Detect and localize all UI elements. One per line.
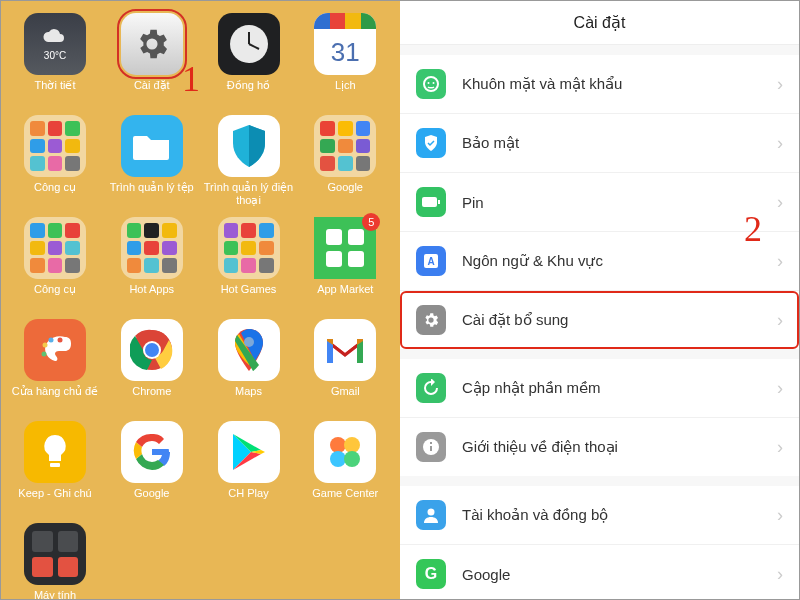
chevron-right-icon: › — [777, 437, 783, 458]
calculator-icon[interactable] — [24, 523, 86, 585]
security-icon — [416, 128, 446, 158]
row-label: Bảo mật — [462, 134, 777, 152]
app-label: Hot Games — [221, 283, 277, 309]
files-icon[interactable] — [121, 115, 183, 177]
row-label: Tài khoản và đồng bộ — [462, 506, 777, 524]
app-label: Công cụ — [34, 181, 76, 207]
svg-point-5 — [58, 338, 63, 343]
keep-icon[interactable] — [24, 421, 86, 483]
settings-section: Tài khoản và đồng bộ›GGoogle› — [400, 486, 799, 599]
settings-row-security[interactable]: Bảo mật› — [400, 114, 799, 173]
app-label: Trình quản lý điện thoại — [203, 181, 295, 207]
app-clock[interactable]: Đồng hồ — [203, 13, 295, 105]
app-label: Trình quản lý tệp — [110, 181, 194, 207]
app-tools1[interactable]: Công cụ — [9, 115, 101, 207]
hot-games-icon[interactable] — [218, 217, 280, 279]
phone-manager-icon[interactable] — [218, 115, 280, 177]
settings-section: Khuôn mặt và mật khẩu›Bảo mật›Pin›ANgôn … — [400, 55, 799, 349]
svg-point-6 — [42, 352, 47, 357]
calendar-icon[interactable]: 31 — [314, 13, 376, 75]
chrome-icon[interactable] — [121, 319, 183, 381]
settings-title: Cài đặt — [400, 1, 799, 45]
weather-icon[interactable]: 30°C — [24, 13, 86, 75]
chevron-right-icon: › — [777, 505, 783, 526]
app-phone-manager[interactable]: Trình quản lý điện thoại — [203, 115, 295, 207]
svg-point-15 — [344, 437, 360, 453]
app-gmail[interactable]: Gmail — [299, 319, 391, 411]
about-icon — [416, 432, 446, 462]
settings-row-update[interactable]: Cập nhật phần mềm› — [400, 359, 799, 418]
app-label: Hot Apps — [129, 283, 174, 309]
google-icon[interactable] — [121, 421, 183, 483]
settings-section: Cập nhật phần mềm›Giới thiệu về điện tho… — [400, 359, 799, 476]
step-2-marker: 2 — [744, 208, 762, 250]
svg-rect-26 — [430, 446, 432, 451]
svg-rect-13 — [50, 463, 60, 467]
svg-point-17 — [344, 451, 360, 467]
row-label: Khuôn mặt và mật khẩu — [462, 75, 777, 93]
app-label: Cửa hàng chủ đề — [12, 385, 98, 411]
app-google-folder[interactable]: Google — [299, 115, 391, 207]
app-chrome[interactable]: Chrome — [106, 319, 198, 411]
chplay-icon[interactable] — [218, 421, 280, 483]
google-folder-icon[interactable] — [314, 115, 376, 177]
settings-row-additional[interactable]: Cài đặt bổ sung› — [400, 291, 799, 349]
app-keep[interactable]: Keep - Ghi chú — [9, 421, 101, 513]
app-tools2[interactable]: Công cụ — [9, 217, 101, 309]
settings-row-google[interactable]: GGoogle› — [400, 545, 799, 599]
tools2-icon[interactable] — [24, 217, 86, 279]
tools1-icon[interactable] — [24, 115, 86, 177]
game-center-icon[interactable] — [314, 421, 376, 483]
chevron-right-icon: › — [777, 310, 783, 331]
app-label: Gmail — [331, 385, 360, 411]
app-app-market[interactable]: 5App Market — [299, 217, 391, 309]
settings-icon[interactable] — [121, 13, 183, 75]
battery-icon — [416, 187, 446, 217]
app-maps[interactable]: Maps — [203, 319, 295, 411]
app-files[interactable]: Trình quản lý tệp — [106, 115, 198, 207]
maps-icon[interactable] — [218, 319, 280, 381]
app-hot-apps[interactable]: Hot Apps — [106, 217, 198, 309]
settings-list: Khuôn mặt và mật khẩu›Bảo mật›Pin›ANgôn … — [400, 45, 799, 599]
chevron-right-icon: › — [777, 74, 783, 95]
language-icon: A — [416, 246, 446, 276]
chevron-right-icon: › — [777, 378, 783, 399]
additional-icon — [416, 305, 446, 335]
app-chplay[interactable]: CH Play — [203, 421, 295, 513]
chevron-right-icon: › — [777, 133, 783, 154]
row-label: Ngôn ngữ & Khu vực — [462, 252, 777, 270]
settings-row-language[interactable]: ANgôn ngữ & Khu vực› — [400, 232, 799, 291]
hot-apps-icon[interactable] — [121, 217, 183, 279]
svg-point-28 — [428, 509, 435, 516]
svg-point-10 — [244, 337, 254, 347]
svg-point-20 — [433, 82, 435, 84]
face-icon — [416, 69, 446, 99]
clock-icon[interactable] — [218, 13, 280, 75]
gmail-icon[interactable] — [314, 319, 376, 381]
svg-point-16 — [330, 451, 346, 467]
svg-point-3 — [43, 343, 48, 348]
settings-row-battery[interactable]: Pin› — [400, 173, 799, 232]
chevron-right-icon: › — [777, 192, 783, 213]
app-weather[interactable]: 30°CThời tiết — [9, 13, 101, 105]
settings-screen: Cài đặt Khuôn mặt và mật khẩu›Bảo mật›Pi… — [400, 1, 799, 599]
row-label: Giới thiệu về điện thoại — [462, 438, 777, 456]
settings-row-about[interactable]: Giới thiệu về điện thoại› — [400, 418, 799, 476]
row-label: Google — [462, 566, 777, 583]
app-hot-games[interactable]: Hot Games — [203, 217, 295, 309]
theme-store-icon[interactable] — [24, 319, 86, 381]
row-label: Cập nhật phần mềm — [462, 379, 777, 397]
app-label: Máy tính — [34, 589, 76, 599]
app-calculator[interactable]: Máy tính — [9, 523, 101, 599]
app-calendar[interactable]: 31Lịch — [299, 13, 391, 105]
app-label: Đồng hồ — [227, 79, 270, 105]
home-screen: 30°CThời tiếtCài đặtĐồng hồ31LịchCông cụ… — [1, 1, 400, 599]
settings-row-accounts[interactable]: Tài khoản và đồng bộ› — [400, 486, 799, 545]
svg-rect-22 — [438, 200, 440, 204]
settings-row-face[interactable]: Khuôn mặt và mật khẩu› — [400, 55, 799, 114]
svg-point-4 — [49, 338, 54, 343]
app-game-center[interactable]: Game Center — [299, 421, 391, 513]
app-theme-store[interactable]: Cửa hàng chủ đề — [9, 319, 101, 411]
app-google[interactable]: Google — [106, 421, 198, 513]
app-market-icon[interactable]: 5 — [314, 217, 376, 279]
